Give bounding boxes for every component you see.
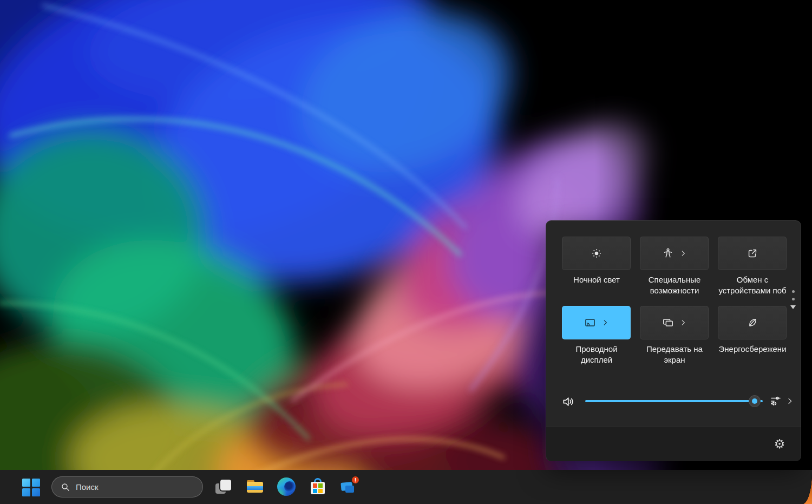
- project-screens-icon: [662, 317, 674, 329]
- search-box[interactable]: [51, 476, 203, 498]
- page-dot: [792, 290, 795, 293]
- speaker-icon[interactable]: [561, 395, 575, 409]
- nearby-sharing-button[interactable]: [718, 237, 787, 270]
- volume-slider-thumb[interactable]: [749, 395, 761, 407]
- scroll-down-arrow-icon[interactable]: [790, 305, 796, 309]
- microsoft-store-button[interactable]: [307, 476, 329, 498]
- chevron-right-icon[interactable]: [785, 397, 794, 405]
- edge-icon: [277, 477, 296, 496]
- project-button[interactable]: [640, 306, 709, 339]
- audio-output-mixer-icon[interactable]: [769, 395, 782, 408]
- qs-tile-label: Проводной дисплей: [560, 344, 633, 365]
- qs-tile-label: Передавать на экран: [638, 344, 711, 365]
- task-view-button[interactable]: [213, 476, 234, 498]
- desktop: Ночной свет Специальные возможности: [0, 0, 812, 504]
- energy-saver-button[interactable]: [718, 306, 787, 339]
- qs-tile-nearby-sharing: Обмен с устройствами поб: [718, 237, 787, 306]
- chevron-right-icon: [679, 250, 687, 257]
- page-indicator: [790, 290, 796, 309]
- search-icon: [61, 482, 70, 492]
- volume-row: [546, 389, 802, 414]
- qs-tile-energy-saver: Энергосбережени: [718, 306, 787, 375]
- edge-button[interactable]: [276, 476, 297, 498]
- qs-tile-night-light: Ночной свет: [562, 237, 631, 306]
- quick-settings-grid: Ночной свет Специальные возможности: [562, 237, 787, 375]
- wired-display-button[interactable]: [562, 306, 631, 339]
- alert-badge: !: [351, 475, 360, 485]
- device-alert-icon: !: [340, 477, 358, 496]
- qs-tile-label: Энергосбережени: [716, 344, 789, 355]
- gear-icon[interactable]: ⚙: [771, 436, 788, 452]
- accessibility-button[interactable]: [640, 237, 709, 270]
- task-view-icon: [215, 479, 232, 495]
- qs-tile-label: Обмен с устройствами поб: [716, 274, 789, 296]
- search-input[interactable]: [76, 482, 194, 492]
- quick-settings-panel: Ночной свет Специальные возможности: [546, 220, 801, 461]
- qs-tile-project: Передавать на экран: [640, 306, 709, 375]
- start-button[interactable]: [21, 477, 41, 497]
- qs-tile-label: Специальные возможности: [638, 274, 711, 296]
- chevron-right-icon: [601, 319, 609, 326]
- quick-settings-footer: ⚙: [546, 427, 801, 461]
- qs-tile-wired-display: Проводной дисплей: [562, 306, 631, 375]
- nearby-sharing-icon: [746, 247, 758, 259]
- energy-saver-leaf-icon: [746, 317, 758, 329]
- device-alert-button[interactable]: !: [338, 476, 360, 498]
- microsoft-store-icon: [310, 478, 326, 495]
- volume-slider-track[interactable]: [585, 400, 763, 402]
- taskbar: ! РУС: [0, 470, 812, 504]
- qs-tile-accessibility: Специальные возможности: [640, 237, 709, 306]
- file-explorer-button[interactable]: [244, 476, 266, 498]
- wired-display-cast-icon: [584, 317, 596, 329]
- night-light-icon: [591, 247, 603, 259]
- qs-tile-label: Ночной свет: [560, 274, 633, 285]
- file-explorer-icon: [246, 479, 264, 494]
- night-light-button[interactable]: [562, 237, 631, 270]
- screen: Ночной свет Специальные возможности: [0, 0, 812, 504]
- page-dot: [792, 298, 795, 300]
- accessibility-icon: [662, 247, 674, 259]
- chevron-right-icon: [679, 319, 687, 326]
- windows-start-icon: [22, 479, 40, 496]
